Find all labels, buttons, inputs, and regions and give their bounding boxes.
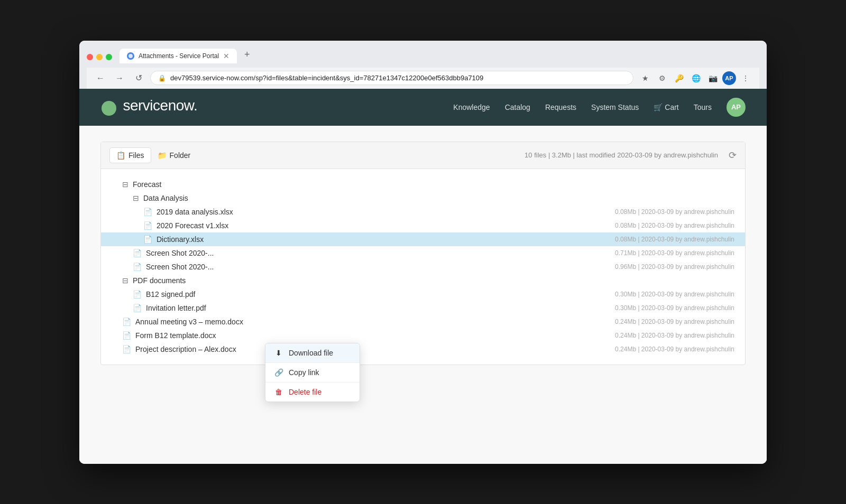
file-dictionary-meta: 0.08Mb | 2020-03-09 by andrew.pishchulin xyxy=(615,236,734,243)
folder-tab[interactable]: 📁 Folder xyxy=(151,148,197,163)
context-menu-download[interactable]: ⬇ Download file xyxy=(265,343,360,362)
file-b12-signed-meta: 0.30Mb | 2020-03-09 by andrew.pishchulin xyxy=(615,291,734,298)
tab-favicon xyxy=(127,52,134,60)
file-project-description[interactable]: 📄 Project description – Alex.docx 0.24Mb… xyxy=(101,342,745,356)
folder-pdf-documents-label: PDF documents xyxy=(133,276,734,285)
file-2020-forecast[interactable]: 📄 2020 Forecast v1.xlsx 0.08Mb | 2020-03… xyxy=(101,219,745,232)
folder-forecast-label: Forecast xyxy=(133,180,734,189)
servicenow-logo[interactable]: servicenow. xyxy=(100,97,197,117)
context-menu-copy-link[interactable]: 🔗 Copy link xyxy=(265,363,360,382)
file-form-b12-meta: 0.24Mb | 2020-03-09 by andrew.pishchulin xyxy=(615,332,734,339)
folder-forecast[interactable]: ⊟ Forecast xyxy=(101,178,745,191)
refresh-button[interactable]: ⟳ xyxy=(729,150,737,161)
file-screenshot-1-label: Screen Shot 2020-... xyxy=(146,249,615,257)
file-screenshot-2[interactable]: 📄 Screen Shot 2020-... 0.96Mb | 2020-03-… xyxy=(101,260,745,274)
nav-knowledge[interactable]: Knowledge xyxy=(453,103,490,111)
extension-3-button[interactable]: 🌐 xyxy=(688,71,703,86)
context-menu: ⬇ Download file 🔗 Copy link 🗑 Delete fil… xyxy=(265,343,360,402)
reload-button[interactable]: ↺ xyxy=(131,71,146,86)
context-menu-delete[interactable]: 🗑 Delete file xyxy=(265,382,360,402)
context-menu-download-label: Download file xyxy=(289,349,333,357)
extension-1-button[interactable]: ⚙ xyxy=(655,71,669,86)
file-screenshot-2-label: Screen Shot 2020-... xyxy=(146,263,615,271)
file-icon-7: 📄 xyxy=(133,304,142,312)
file-icon-4: 📄 xyxy=(133,249,142,257)
cart-icon: 🛒 xyxy=(654,103,663,111)
file-form-b12[interactable]: 📄 Form B12 template.docx 0.24Mb | 2020-0… xyxy=(101,329,745,342)
nav-requests[interactable]: Requests xyxy=(545,103,576,111)
file-2019-analysis[interactable]: 📄 2019 data analysis.xlsx 0.08Mb | 2020-… xyxy=(101,205,745,219)
file-dictionary[interactable]: 📄 Dictionary.xlsx 0.08Mb | 2020-03-09 by… xyxy=(101,232,745,246)
delete-icon: 🗑 xyxy=(274,388,283,396)
file-icon-1: 📄 xyxy=(143,208,152,216)
file-2019-analysis-label: 2019 data analysis.xlsx xyxy=(157,208,615,216)
new-tab-button[interactable]: + xyxy=(239,46,255,63)
file-annual-meeting[interactable]: 📄 Annual meeting v3 – memo.docx 0.24Mb |… xyxy=(101,315,745,329)
chrome-user-avatar[interactable]: AP xyxy=(722,71,736,85)
nav-cart[interactable]: 🛒 Cart xyxy=(654,103,678,111)
file-b12-signed[interactable]: 📄 B12 signed.pdf 0.30Mb | 2020-03-09 by … xyxy=(101,287,745,301)
folder-data-analysis[interactable]: ⊟ Data Analysis xyxy=(101,191,745,205)
menu-button[interactable]: ⋮ xyxy=(738,71,753,86)
forward-button[interactable]: → xyxy=(112,71,127,86)
camera-button[interactable]: 📷 xyxy=(705,71,720,86)
file-invitation-letter-label: Invitation letter.pdf xyxy=(146,304,615,312)
folder-data-analysis-label: Data Analysis xyxy=(143,194,734,202)
file-annual-meeting-meta: 0.24Mb | 2020-03-09 by andrew.pishchulin xyxy=(615,318,734,325)
file-screenshot-1-meta: 0.71Mb | 2020-03-09 by andrew.pishchulin xyxy=(615,249,734,257)
svg-point-1 xyxy=(102,101,116,116)
cart-label: Cart xyxy=(665,103,678,111)
file-screenshot-2-meta: 0.96Mb | 2020-03-09 by andrew.pishchulin xyxy=(615,263,734,270)
file-meta: 10 files | 3.2Mb | last modified 2020-03… xyxy=(525,151,718,159)
link-icon: 🔗 xyxy=(274,368,283,377)
download-icon: ⬇ xyxy=(274,349,283,357)
files-tab[interactable]: 📋 Files xyxy=(109,147,151,163)
nav-links: Knowledge Catalog Requests System Status… xyxy=(453,98,746,117)
file-panel-header: 📋 Files 📁 Folder 10 files | 3.2Mb | last… xyxy=(101,142,745,169)
browser-toolbar: ← → ↺ 🔒 dev79539.service-now.com/sp?id=f… xyxy=(87,68,759,89)
main-content: 📋 Files 📁 Folder 10 files | 3.2Mb | last… xyxy=(79,126,767,464)
folder-pdf-documents[interactable]: ⊟ PDF documents xyxy=(101,274,745,287)
file-invitation-letter-meta: 0.30Mb | 2020-03-09 by andrew.pishchulin xyxy=(615,304,734,312)
file-icon-2: 📄 xyxy=(143,221,152,230)
tab-close-button[interactable]: ✕ xyxy=(223,52,229,60)
url-display: dev79539.service-now.com/sp?id=files&tab… xyxy=(170,74,626,82)
files-tab-label: Files xyxy=(128,151,144,160)
file-project-description-meta: 0.24Mb | 2020-03-09 by andrew.pishchulin xyxy=(615,346,734,353)
file-b12-signed-label: B12 signed.pdf xyxy=(146,290,615,298)
nav-catalog[interactable]: Catalog xyxy=(505,103,530,111)
minimize-button[interactable] xyxy=(96,54,103,60)
nav-tours[interactable]: Tours xyxy=(694,103,712,111)
bookmark-button[interactable]: ★ xyxy=(638,71,652,86)
toolbar-actions: ★ ⚙ 🔑 🌐 📷 AP ⋮ xyxy=(638,71,753,86)
file-tree: ⊟ Forecast ⊟ Data Analysis 📄 2019 data a… xyxy=(101,169,745,365)
browser-titlebar: Attachments - Service Portal ✕ + ← → ↺ 🔒… xyxy=(79,41,767,89)
collapse-icon-3: ⊟ xyxy=(122,276,128,285)
file-2019-analysis-meta: 0.08Mb | 2020-03-09 by andrew.pishchulin xyxy=(615,208,734,216)
back-button[interactable]: ← xyxy=(93,71,108,86)
files-tab-icon: 📋 xyxy=(116,151,125,160)
file-dictionary-label: Dictionary.xlsx xyxy=(157,235,615,244)
file-panel: 📋 Files 📁 Folder 10 files | 3.2Mb | last… xyxy=(100,142,746,365)
file-screenshot-1[interactable]: 📄 Screen Shot 2020-... 0.71Mb | 2020-03-… xyxy=(101,246,745,260)
folder-tab-icon: 📁 xyxy=(158,151,167,160)
ssl-lock-icon: 🔒 xyxy=(158,74,166,82)
address-bar[interactable]: 🔒 dev79539.service-now.com/sp?id=files&t… xyxy=(150,71,633,85)
file-icon-3: 📄 xyxy=(143,235,152,244)
close-button[interactable] xyxy=(87,54,93,60)
servicenow-app: servicenow. Knowledge Catalog Requests S… xyxy=(79,89,767,464)
file-2020-forecast-label: 2020 Forecast v1.xlsx xyxy=(157,221,615,230)
folder-tab-label: Folder xyxy=(170,151,191,160)
active-tab[interactable]: Attachments - Service Portal ✕ xyxy=(119,49,237,63)
extension-2-button[interactable]: 🔑 xyxy=(672,71,686,86)
collapse-icon: ⊟ xyxy=(122,180,128,189)
file-invitation-letter[interactable]: 📄 Invitation letter.pdf 0.30Mb | 2020-03… xyxy=(101,301,745,315)
file-form-b12-label: Form B12 template.docx xyxy=(135,331,615,340)
file-icon-5: 📄 xyxy=(133,263,142,271)
maximize-button[interactable] xyxy=(106,54,112,60)
user-avatar[interactable]: AP xyxy=(727,98,746,117)
main-nav: servicenow. Knowledge Catalog Requests S… xyxy=(79,89,767,126)
collapse-icon-2: ⊟ xyxy=(133,194,139,202)
nav-system-status[interactable]: System Status xyxy=(591,103,639,111)
file-icon-10: 📄 xyxy=(122,345,131,353)
